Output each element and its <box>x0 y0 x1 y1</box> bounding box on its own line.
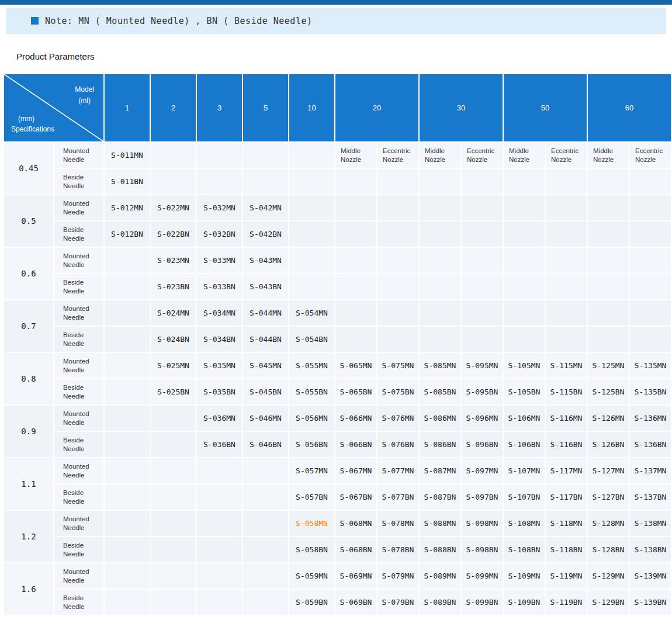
model-code-cell[interactable]: S-108BN <box>503 536 545 563</box>
model-code-cell[interactable]: S-088BN <box>419 536 461 563</box>
model-code-cell[interactable]: S-056MN <box>289 405 335 431</box>
model-code-cell[interactable]: S-045MN <box>243 352 289 379</box>
model-code-cell[interactable]: S-068BN <box>335 536 377 563</box>
model-code-cell[interactable]: S-108MN <box>503 510 545 536</box>
model-code-cell[interactable]: S-098BN <box>461 536 503 563</box>
model-code-cell[interactable]: S-036BN <box>196 431 243 458</box>
model-code-cell[interactable]: S-119BN <box>545 589 587 615</box>
model-code-cell[interactable]: S-096BN <box>461 431 503 458</box>
model-code-cell[interactable]: S-034MN <box>196 300 243 326</box>
model-code-cell[interactable]: S-076BN <box>377 431 419 458</box>
model-code-cell[interactable]: S-116BN <box>545 431 587 458</box>
model-code-cell[interactable]: S-067MN <box>335 458 377 484</box>
model-code-cell[interactable]: S-035MN <box>196 352 243 379</box>
model-code-cell[interactable]: S-075MN <box>377 352 419 379</box>
model-code-cell[interactable]: S-059MN <box>289 563 335 589</box>
model-code-cell[interactable]: S-058MN <box>289 510 335 536</box>
model-code-cell[interactable]: S-023BN <box>150 274 196 300</box>
model-code-cell[interactable]: S-137BN <box>629 484 671 510</box>
model-code-cell[interactable]: S-022MN <box>150 195 196 221</box>
model-code-cell[interactable]: S-107BN <box>503 484 545 510</box>
model-code-cell[interactable]: S-079BN <box>377 589 419 615</box>
model-code-cell[interactable]: S-098MN <box>461 510 503 536</box>
model-code-cell[interactable]: S-109MN <box>503 563 545 589</box>
model-code-cell[interactable]: S-055MN <box>289 352 335 379</box>
model-code-cell[interactable]: S-087BN <box>419 484 461 510</box>
model-code-cell[interactable]: S-116MN <box>545 405 587 431</box>
model-code-cell[interactable]: S-055BN <box>289 379 335 405</box>
model-code-cell[interactable]: S-033MN <box>196 247 243 274</box>
model-code-cell[interactable]: S-057BN <box>289 484 335 510</box>
model-code-cell[interactable]: S-118BN <box>545 536 587 563</box>
model-code-cell[interactable]: S-086MN <box>419 405 461 431</box>
model-code-cell[interactable]: S-025BN <box>150 379 196 405</box>
model-code-cell[interactable]: S-119MN <box>545 563 587 589</box>
model-code-cell[interactable]: S-077MN <box>377 458 419 484</box>
model-code-cell[interactable]: S-069BN <box>335 589 377 615</box>
model-code-cell[interactable]: S-087MN <box>419 458 461 484</box>
model-code-cell[interactable]: S-126MN <box>587 405 629 431</box>
model-code-cell[interactable]: S-044MN <box>243 300 289 326</box>
model-code-cell[interactable]: S-054MN <box>289 300 335 326</box>
model-code-cell[interactable]: S-085BN <box>419 379 461 405</box>
model-code-cell[interactable]: S-078BN <box>377 536 419 563</box>
model-code-cell[interactable]: S-136BN <box>629 431 671 458</box>
model-code-cell[interactable]: S-078MN <box>377 510 419 536</box>
model-code-cell[interactable]: S-065BN <box>335 379 377 405</box>
model-code-cell[interactable]: S-024BN <box>150 326 196 352</box>
model-code-cell[interactable]: S-139MN <box>629 563 671 589</box>
model-code-cell[interactable]: S-056BN <box>289 431 335 458</box>
model-code-cell[interactable]: S-106BN <box>503 431 545 458</box>
model-code-cell[interactable]: S-126BN <box>587 431 629 458</box>
model-code-cell[interactable]: S-099BN <box>461 589 503 615</box>
model-code-cell[interactable]: S-023MN <box>150 247 196 274</box>
model-code-cell[interactable]: S-054BN <box>289 326 335 352</box>
model-code-cell[interactable]: S-088MN <box>419 510 461 536</box>
model-code-cell[interactable]: S-043MN <box>243 247 289 274</box>
model-code-cell[interactable]: S-068MN <box>335 510 377 536</box>
model-code-cell[interactable]: S-136MN <box>629 405 671 431</box>
model-code-cell[interactable]: S-105MN <box>503 352 545 379</box>
model-code-cell[interactable]: S-035BN <box>196 379 243 405</box>
model-code-cell[interactable]: S-024MN <box>150 300 196 326</box>
model-code-cell[interactable]: S-042BN <box>243 221 289 247</box>
model-code-cell[interactable]: S-043BN <box>243 274 289 300</box>
model-code-cell[interactable]: S-137MN <box>629 458 671 484</box>
model-code-cell[interactable]: S-042MN <box>243 195 289 221</box>
model-code-cell[interactable]: S-075BN <box>377 379 419 405</box>
model-code-cell[interactable]: S-059BN <box>289 589 335 615</box>
model-code-cell[interactable]: S-135BN <box>629 379 671 405</box>
model-code-cell[interactable]: S-106MN <box>503 405 545 431</box>
model-code-cell[interactable]: S-089BN <box>419 589 461 615</box>
model-code-cell[interactable]: S-138BN <box>629 536 671 563</box>
model-code-cell[interactable]: S-045BN <box>243 379 289 405</box>
model-code-cell[interactable]: S-077BN <box>377 484 419 510</box>
model-code-cell[interactable]: S-117BN <box>545 484 587 510</box>
model-code-cell[interactable]: S-046MN <box>243 405 289 431</box>
model-code-cell[interactable]: S-012BN <box>104 221 150 247</box>
model-code-cell[interactable]: S-011MN <box>104 142 150 168</box>
model-code-cell[interactable]: S-118MN <box>545 510 587 536</box>
model-code-cell[interactable]: S-086BN <box>419 431 461 458</box>
model-code-cell[interactable]: S-095MN <box>461 352 503 379</box>
model-code-cell[interactable]: S-115BN <box>545 379 587 405</box>
model-code-cell[interactable]: S-067BN <box>335 484 377 510</box>
model-code-cell[interactable]: S-128MN <box>587 510 629 536</box>
model-code-cell[interactable]: S-012MN <box>104 195 150 221</box>
model-code-cell[interactable]: S-138MN <box>629 510 671 536</box>
model-code-cell[interactable]: S-135MN <box>629 352 671 379</box>
model-code-cell[interactable]: S-065MN <box>335 352 377 379</box>
model-code-cell[interactable]: S-058BN <box>289 536 335 563</box>
model-code-cell[interactable]: S-109BN <box>503 589 545 615</box>
model-code-cell[interactable]: S-125MN <box>587 352 629 379</box>
model-code-cell[interactable]: S-117MN <box>545 458 587 484</box>
model-code-cell[interactable]: S-076MN <box>377 405 419 431</box>
model-code-cell[interactable]: S-107MN <box>503 458 545 484</box>
model-code-cell[interactable]: S-127BN <box>587 484 629 510</box>
model-code-cell[interactable]: S-105BN <box>503 379 545 405</box>
model-code-cell[interactable]: S-097BN <box>461 484 503 510</box>
model-code-cell[interactable]: S-066BN <box>335 431 377 458</box>
model-code-cell[interactable]: S-022BN <box>150 221 196 247</box>
model-code-cell[interactable]: S-129BN <box>587 589 629 615</box>
model-code-cell[interactable]: S-057MN <box>289 458 335 484</box>
